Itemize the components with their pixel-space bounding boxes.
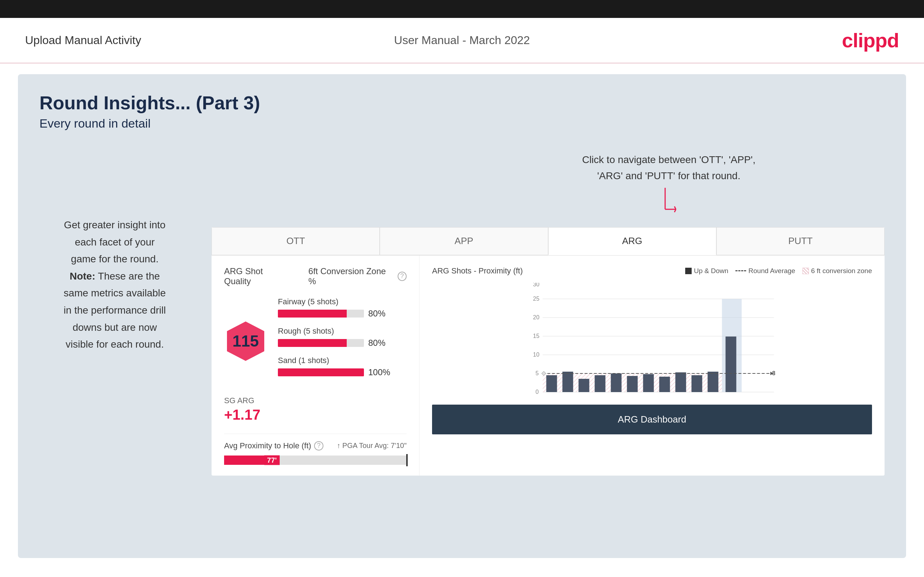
svg-rect-28: [659, 377, 670, 392]
svg-rect-31: [708, 372, 719, 392]
card-body: ARG Shot Quality 6ft Conversion Zone % ?…: [212, 256, 885, 475]
help-icon[interactable]: ?: [397, 272, 407, 281]
shot-label-rough: Rough (5 shots): [278, 327, 407, 336]
proximity-section: Avg Proximity to Hole (ft) ? ↑ PGA Tour …: [224, 434, 407, 465]
shot-row-rough: Rough (5 shots) 80%: [278, 327, 407, 348]
shot-row-sand: Sand (1 shots) 100%: [278, 356, 407, 377]
main-card: OTT APP ARG PUTT ARG Shot Quality 6ft Co…: [212, 227, 885, 475]
left-text-panel: Get greater insight into each facet of y…: [39, 152, 190, 475]
sg-value: +1.17: [224, 407, 407, 423]
bar-track-rough: [278, 339, 364, 347]
right-section: Click to navigate between 'OTT', 'APP', …: [212, 152, 885, 475]
proximity-cursor: [406, 454, 408, 466]
legend-6ft: 6 ft conversion zone: [803, 267, 872, 275]
clippd-logo: clippd: [842, 29, 899, 52]
legend-updown: Up & Down: [685, 267, 728, 275]
tab-ott[interactable]: OTT: [212, 227, 380, 255]
sg-label: SG ARG: [224, 396, 407, 405]
bar-fill-sand: [278, 368, 364, 376]
hexagon-badge: 115: [224, 320, 267, 363]
svg-text:5: 5: [536, 370, 539, 376]
tab-putt[interactable]: PUTT: [716, 227, 885, 255]
legend-round-avg: Round Average: [735, 267, 795, 275]
tabs-container: OTT APP ARG PUTT: [212, 227, 885, 256]
annotation-text: Click to navigate between 'OTT', 'APP', …: [582, 152, 756, 184]
annotation-arrow-icon: [654, 188, 683, 224]
proximity-bar-fill: 77': [224, 456, 279, 465]
bar-pct-fairway: 80%: [368, 309, 390, 319]
svg-rect-24: [595, 375, 606, 392]
hexagon-value: 115: [233, 332, 258, 350]
svg-rect-21: [546, 375, 557, 392]
arg-dashboard-button[interactable]: ARG Dashboard: [432, 405, 872, 434]
annotation-area: Click to navigate between 'OTT', 'APP', …: [212, 152, 885, 224]
chart-area: 0 5 10 15 20 25 30: [432, 283, 872, 397]
footer: Copyright Clippd 2021: [0, 569, 924, 577]
svg-rect-27: [643, 374, 654, 392]
shot-label-sand: Sand (1 shots): [278, 356, 407, 365]
bar-pct-rough: 80%: [368, 338, 390, 348]
shot-label-fairway: Fairway (5 shots): [278, 297, 407, 306]
svg-text:15: 15: [533, 333, 540, 339]
bar-track-fairway: [278, 309, 364, 318]
proximity-header: Avg Proximity to Hole (ft) ? ↑ PGA Tour …: [224, 441, 407, 450]
svg-rect-22: [562, 372, 573, 392]
main-content: Round Insights... (Part 3) Every round i…: [18, 74, 906, 558]
legend-hatched-icon: [803, 268, 809, 274]
card-left-panel: ARG Shot Quality 6ft Conversion Zone % ?…: [212, 256, 420, 475]
bar-row-fairway: 80%: [278, 309, 407, 319]
chart-title: ARG Shots - Proximity (ft): [432, 266, 523, 276]
svg-text:30: 30: [533, 283, 540, 287]
bar-pct-sand: 100%: [368, 367, 390, 377]
card-right-panel: ARG Shots - Proximity (ft) Up & Down Rou…: [420, 256, 885, 475]
shot-row-fairway: Fairway (5 shots) 80%: [278, 297, 407, 319]
conversion-zone-label: 6ft Conversion Zone %: [309, 266, 394, 286]
sg-section: SG ARG +1.17: [224, 396, 407, 423]
svg-text:25: 25: [533, 296, 540, 302]
hexagon-container: 115 Fairway (5 shots): [224, 297, 407, 385]
bar-row-rough: 80%: [278, 338, 407, 348]
legend-dashed-icon: [735, 270, 746, 271]
arg-shot-quality-label: ARG Shot Quality: [224, 266, 291, 286]
chart-legend: Up & Down Round Average 6 ft conversion …: [685, 267, 872, 275]
tab-arg[interactable]: ARG: [548, 227, 716, 255]
svg-rect-29: [675, 372, 686, 392]
header: Upload Manual Activity User Manual - Mar…: [0, 18, 924, 63]
svg-rect-30: [691, 375, 703, 392]
proximity-title: Avg Proximity to Hole (ft) ?: [224, 441, 323, 450]
tab-app[interactable]: APP: [380, 227, 548, 255]
proximity-help-icon[interactable]: ?: [314, 441, 323, 450]
proximity-value: 77': [264, 455, 279, 465]
content-layout: Get greater insight into each facet of y…: [39, 152, 885, 475]
proximity-bar-track: 77': [224, 456, 407, 465]
chart-svg: 0 5 10 15 20 25 30: [432, 283, 872, 397]
note-label: Note:: [69, 271, 95, 282]
svg-text:10: 10: [533, 351, 540, 358]
bar-fill-rough: [278, 339, 347, 347]
shot-bars: Fairway (5 shots) 80%: [278, 297, 407, 385]
chart-header: ARG Shots - Proximity (ft) Up & Down Rou…: [432, 266, 872, 276]
document-label: User Manual - March 2022: [394, 34, 530, 47]
svg-text:20: 20: [533, 314, 540, 321]
page-title: Round Insights... (Part 3): [39, 92, 885, 114]
bar-row-sand: 100%: [278, 367, 407, 377]
upload-label: Upload Manual Activity: [25, 34, 141, 47]
svg-rect-32: [726, 337, 737, 392]
top-bar: [0, 0, 924, 18]
svg-rect-23: [579, 379, 590, 392]
section-header: ARG Shot Quality 6ft Conversion Zone % ?: [224, 266, 407, 286]
svg-rect-25: [611, 374, 622, 392]
svg-rect-26: [627, 376, 638, 392]
bar-fill-fairway: [278, 309, 347, 318]
bar-track-sand: [278, 368, 364, 376]
legend-updown-icon: [685, 268, 691, 274]
pga-avg-label: ↑ PGA Tour Avg: 7'10": [337, 442, 407, 450]
left-description: Get greater insight into each facet of y…: [39, 216, 190, 353]
page-subtitle: Every round in detail: [39, 116, 885, 131]
svg-text:0: 0: [536, 389, 539, 395]
